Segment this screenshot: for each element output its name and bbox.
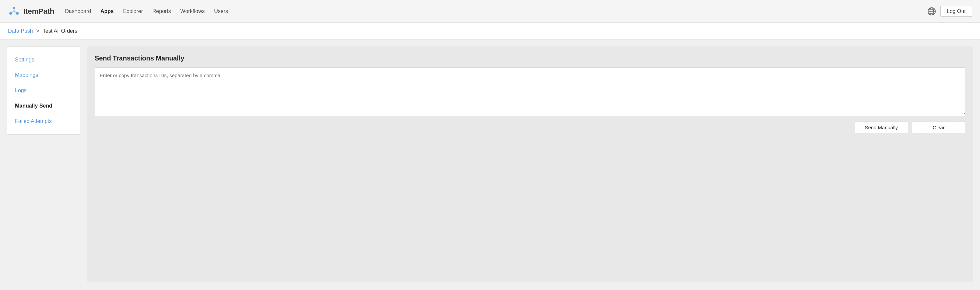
sidebar-item-failed-attempts[interactable]: Failed Attempts: [7, 114, 80, 129]
section-title: Send Transactions Manually: [95, 54, 965, 62]
sidebar-item-mappings[interactable]: Mappings: [7, 67, 80, 83]
navbar-left: ItemPath Dashboard Apps Explorer Reports…: [8, 5, 228, 18]
nav-workflows[interactable]: Workflows: [180, 7, 205, 16]
content-panel: Send Transactions Manually Send Manually…: [87, 46, 973, 282]
navbar-right: Log Out: [927, 6, 972, 17]
svg-point-0: [13, 7, 15, 10]
nav-dashboard[interactable]: Dashboard: [65, 7, 91, 16]
nav-reports[interactable]: Reports: [152, 7, 171, 16]
breadcrumb-separator: >: [37, 28, 39, 34]
nav-links: Dashboard Apps Explorer Reports Workflow…: [65, 7, 228, 16]
transactions-textarea[interactable]: [95, 68, 965, 115]
sidebar-item-manually-send[interactable]: Manually Send: [7, 98, 80, 114]
nav-users[interactable]: Users: [214, 7, 228, 16]
sidebar-item-settings[interactable]: Settings: [7, 52, 80, 67]
svg-line-5: [12, 12, 13, 13]
main-content: Settings Mappings Logs Manually Send Fai…: [0, 40, 980, 288]
send-manually-button[interactable]: Send Manually: [855, 122, 908, 133]
sidebar-item-logs[interactable]: Logs: [7, 83, 80, 98]
logout-button[interactable]: Log Out: [940, 6, 972, 17]
globe-icon: [927, 7, 936, 16]
navbar: ItemPath Dashboard Apps Explorer Reports…: [0, 0, 980, 23]
logo-text: ItemPath: [23, 7, 54, 16]
clear-button[interactable]: Clear: [912, 122, 965, 133]
svg-line-6: [15, 12, 16, 13]
breadcrumb-current: Test All Orders: [43, 28, 77, 34]
logo: ItemPath: [8, 5, 54, 18]
sidebar: Settings Mappings Logs Manually Send Fai…: [7, 46, 80, 135]
nav-explorer[interactable]: Explorer: [123, 7, 143, 16]
svg-point-3: [13, 10, 15, 12]
breadcrumb: Data Push > Test All Orders: [0, 23, 980, 40]
action-buttons: Send Manually Clear: [95, 122, 965, 133]
breadcrumb-link[interactable]: Data Push: [8, 28, 33, 34]
logo-icon: [8, 5, 20, 18]
nav-apps[interactable]: Apps: [100, 7, 114, 16]
textarea-wrapper: [95, 67, 965, 116]
